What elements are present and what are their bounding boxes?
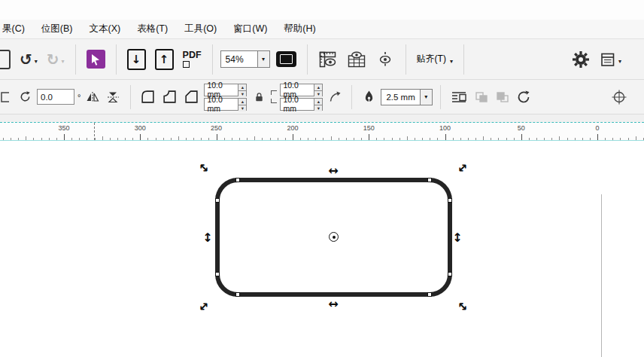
publish-to-pdf-button[interactable]: PDF bbox=[180, 45, 205, 74]
menu-table[interactable]: 表格(T) bbox=[129, 19, 176, 39]
ruler-tick bbox=[475, 138, 476, 140]
corner-radius-bottom-right-input[interactable]: 10.0 mm ▴▾ bbox=[280, 98, 323, 111]
shape-node[interactable] bbox=[215, 272, 220, 276]
import-button[interactable]: ↓ bbox=[124, 45, 149, 74]
wrap-text-button[interactable] bbox=[448, 86, 469, 108]
crosshair-plus-icon bbox=[611, 89, 627, 105]
snap-to-button[interactable]: 贴齐(T) ▾ bbox=[414, 45, 456, 74]
add-control-button[interactable] bbox=[609, 86, 629, 108]
ruler-tick bbox=[208, 138, 209, 140]
skew-handle-top[interactable]: ↔ bbox=[328, 165, 338, 177]
convert-to-curves-button[interactable] bbox=[515, 86, 533, 108]
spinner[interactable]: ▴▾ bbox=[238, 84, 246, 96]
corner-radius-top-right-input[interactable]: 10.0 mm ▴▾ bbox=[280, 84, 323, 96]
rotation-center-icon[interactable] bbox=[329, 232, 339, 242]
rotate-handle-top-left[interactable]: ↔ bbox=[196, 160, 212, 176]
show-guidelines-button[interactable] bbox=[372, 45, 398, 74]
lock-icon bbox=[254, 91, 265, 103]
shape-node[interactable] bbox=[427, 178, 432, 182]
gear-icon bbox=[571, 50, 591, 69]
menu-tools[interactable]: 工具(O) bbox=[176, 19, 225, 39]
ruler-label: 0 bbox=[596, 124, 600, 132]
ruler-tick bbox=[64, 134, 65, 140]
skew-handle-bottom[interactable]: ↔ bbox=[328, 298, 338, 310]
shape-node[interactable] bbox=[235, 178, 240, 182]
import-icon: ↓ bbox=[127, 49, 146, 70]
export-button[interactable]: ↑ bbox=[152, 45, 177, 74]
ruler-tick bbox=[399, 138, 400, 140]
undo-button[interactable]: ↺ ▾ bbox=[17, 45, 41, 74]
options-button[interactable] bbox=[568, 45, 594, 74]
ruler-tick bbox=[628, 138, 629, 140]
ruler-ticks: 350300250200150100500 bbox=[0, 123, 644, 140]
ruler-tick bbox=[422, 138, 423, 140]
scalloped-corner-button[interactable] bbox=[160, 86, 179, 108]
corner-indicator-icon bbox=[271, 99, 277, 103]
toolbar-canvas-gap bbox=[0, 114, 644, 122]
show-grid-button[interactable] bbox=[344, 45, 369, 74]
dockers-panel-button[interactable]: ▾ bbox=[597, 45, 624, 74]
rotate-handle-bottom-left[interactable]: ↔ bbox=[196, 299, 212, 315]
chevron-down-icon[interactable]: ▾ bbox=[257, 51, 269, 67]
shape-node[interactable] bbox=[448, 272, 452, 276]
zoom-level-value[interactable]: 54% bbox=[221, 51, 257, 67]
rotate-handle-bottom-right[interactable]: ↔ bbox=[455, 299, 471, 315]
snap-to-label: 贴齐(T) bbox=[417, 53, 446, 66]
skew-handle-left[interactable]: ↔ bbox=[202, 232, 214, 242]
shape-node[interactable] bbox=[215, 198, 220, 203]
pdf-icon: PDF bbox=[183, 50, 202, 69]
rotate-handle-top-right[interactable]: ↔ bbox=[455, 160, 471, 176]
in-front-of-button[interactable] bbox=[472, 86, 491, 108]
drawing-canvas[interactable]: ↔ ↔ ↔ ↔ ↔ ↔ ↔ ↔ bbox=[0, 141, 644, 357]
zoom-level-combo[interactable]: 54% ▾ bbox=[220, 50, 270, 68]
horizontal-ruler[interactable]: 350300250200150100500 bbox=[0, 122, 644, 141]
ruler-tick bbox=[445, 134, 446, 140]
menu-bitmaps[interactable]: 位图(B) bbox=[33, 19, 81, 39]
spinner[interactable]: ▴▾ bbox=[238, 99, 246, 110]
redo-button[interactable]: ↻ ▾ bbox=[44, 45, 68, 74]
corner-radius-bottom-left-input[interactable]: 10.0 mm ▴▾ bbox=[204, 98, 247, 111]
spinner[interactable]: ▴▾ bbox=[314, 99, 322, 110]
shape-node[interactable] bbox=[427, 292, 432, 297]
outline-width-icon bbox=[360, 86, 378, 108]
rotation-angle-input[interactable]: 0.0 bbox=[37, 89, 74, 105]
behind-button[interactable] bbox=[494, 86, 512, 108]
fullscreen-preview-button[interactable] bbox=[273, 45, 299, 74]
spinner[interactable]: ▴▾ bbox=[314, 84, 322, 96]
ruler-tick bbox=[33, 138, 34, 140]
ruler-tick bbox=[415, 138, 415, 140]
outline-width-combo[interactable]: 2.5 mm ▾ bbox=[381, 89, 432, 105]
shape-node[interactable] bbox=[235, 292, 240, 297]
menu-window[interactable]: 窗口(W) bbox=[225, 19, 275, 39]
menu-help[interactable]: 帮助(H) bbox=[275, 19, 324, 39]
ruler-tick bbox=[71, 138, 72, 140]
menu-text[interactable]: 文本(X) bbox=[81, 19, 129, 39]
separator bbox=[351, 85, 352, 109]
round-corner-button[interactable] bbox=[138, 86, 157, 108]
mirror-vertical-button[interactable] bbox=[105, 86, 123, 108]
outline-width-value[interactable]: 2.5 mm bbox=[381, 90, 419, 105]
show-rulers-button[interactable] bbox=[315, 45, 341, 74]
undo-icon: ↺ bbox=[20, 52, 32, 67]
corner-radius-top-left-input[interactable]: 10.0 mm ▴▾ bbox=[204, 84, 247, 96]
mirror-horizontal-button[interactable] bbox=[84, 86, 102, 108]
page-edge-line bbox=[601, 194, 602, 357]
ruler-tick bbox=[102, 136, 103, 140]
relative-corner-scaling-button[interactable] bbox=[326, 86, 344, 108]
ruler-tick bbox=[239, 138, 240, 140]
ruler-tick bbox=[300, 138, 301, 140]
skew-handle-right[interactable]: ↔ bbox=[451, 232, 463, 242]
chevron-down-icon[interactable]: ▾ bbox=[420, 90, 432, 105]
partial-toolbar-button[interactable] bbox=[0, 45, 14, 74]
ruler-marker bbox=[94, 123, 95, 140]
partial-property-button[interactable] bbox=[0, 86, 13, 108]
ruler-tick bbox=[460, 138, 461, 140]
separator bbox=[212, 44, 213, 75]
degree-symbol: ° bbox=[77, 93, 80, 102]
separator bbox=[130, 85, 131, 109]
menu-effects[interactable]: 果(C) bbox=[0, 19, 33, 39]
chamfered-corner-button[interactable] bbox=[182, 86, 201, 108]
app-launcher-button[interactable] bbox=[84, 45, 108, 74]
shape-node[interactable] bbox=[448, 198, 452, 203]
lock-corners-button[interactable] bbox=[250, 86, 268, 108]
